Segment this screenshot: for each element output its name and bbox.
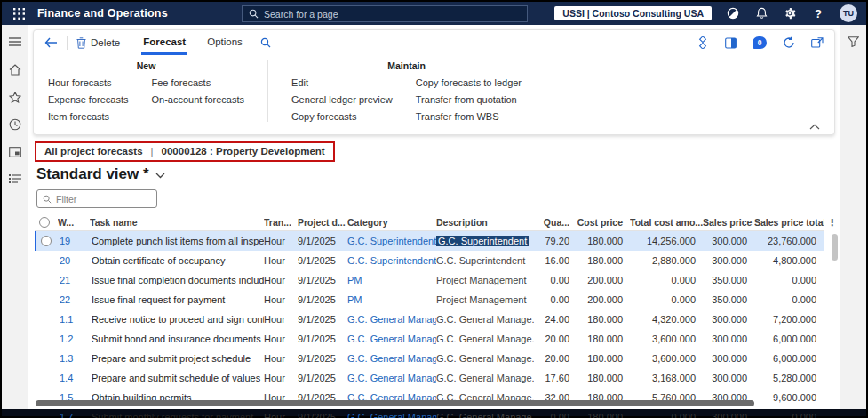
table-row[interactable]: 1.7Submit monthly requests for paymentHo… [35, 407, 824, 418]
table-row[interactable]: 1.2Submit bond and insurance documentsHo… [35, 329, 824, 349]
tab-options[interactable]: Options [205, 30, 244, 55]
menu-item-item-forecasts[interactable]: Item forecasts [48, 111, 129, 122]
left-nav-rail [2, 25, 28, 409]
settings-gear-icon[interactable] [783, 6, 797, 20]
column-header-stot[interactable]: Sales price total [754, 217, 824, 228]
table-row[interactable]: 22Issue final request for paymentHour9/1… [35, 290, 824, 309]
table-row[interactable]: 1.1Receive notice to proceed and sign co… [35, 309, 824, 329]
theme-contrast-icon[interactable] [726, 6, 740, 20]
grid-filter[interactable] [36, 189, 157, 208]
cell-tran: Hour [264, 314, 298, 325]
cell-tran: Hour [264, 236, 298, 246]
cell-category[interactable]: G.C. General Management [347, 314, 436, 325]
table-row[interactable]: 19Complete punch list items from all ins… [35, 231, 824, 251]
refresh-icon[interactable] [783, 36, 795, 49]
column-header-sales[interactable]: Sales price [703, 217, 754, 228]
column-header-qty[interactable]: Qua... [534, 217, 577, 228]
horizontal-scrollbar-thumb[interactable] [36, 400, 754, 406]
cell-sales_total: 0.000 [754, 412, 824, 418]
menu-item-hour-forecasts[interactable]: Hour forecasts [48, 77, 129, 88]
table-row[interactable]: 20Obtain certificate of occupancyHour9/1… [35, 251, 824, 270]
favorites-star-icon[interactable] [7, 89, 23, 105]
select-all-cell [35, 217, 58, 228]
menu-item-edit[interactable]: Edit [291, 77, 393, 88]
grid-body: 19Complete punch list items from all ins… [35, 231, 824, 418]
column-header-cost[interactable]: Cost price [577, 217, 630, 228]
menu-item-on-account-forecasts[interactable]: On-account forecasts [152, 94, 245, 105]
column-header-cat[interactable]: Category [347, 217, 436, 228]
cell-date: 9/1/2025 [298, 353, 347, 364]
global-search[interactable] [242, 5, 528, 22]
cell-category[interactable]: G.C. Superintendent [347, 255, 436, 266]
related-info-icon[interactable] [697, 36, 709, 49]
cell-date: 9/1/2025 [298, 255, 347, 266]
column-options-icon[interactable]: ⋮ [827, 214, 837, 231]
cell-qty: 16.00 [534, 255, 577, 266]
view-chevron-down-icon[interactable] [155, 173, 165, 179]
column-header-wbs[interactable]: W... [58, 217, 90, 228]
table-row[interactable]: 1.3Prepare and submit project scheduleHo… [35, 349, 824, 368]
cell-sales: 350.000 [703, 294, 754, 305]
app-launcher-icon[interactable] [11, 5, 27, 21]
hamburger-menu-icon[interactable] [7, 34, 23, 50]
column-header-task[interactable]: Task name [90, 217, 264, 228]
select-all-checkbox[interactable] [39, 217, 50, 228]
cell-sales_total: 6,000.000 [754, 353, 824, 364]
attachments-count-icon[interactable]: 0 [753, 36, 767, 49]
menu-item-expense-forecasts[interactable]: Expense forecasts [48, 94, 129, 105]
tab-forecast[interactable]: Forecast [141, 30, 187, 55]
help-icon[interactable]: ? [811, 6, 825, 20]
forecast-grid: W...Task nameTran...Project d...Category… [35, 214, 840, 418]
cell-category[interactable]: PM [347, 294, 436, 305]
breadcrumb-list-link[interactable]: All project forecasts [44, 146, 143, 157]
notifications-bell-icon[interactable] [754, 6, 768, 20]
table-row[interactable]: 1.4Prepare and submit schedule of values… [35, 368, 824, 388]
row-selector-checkbox[interactable] [41, 236, 52, 246]
back-arrow-icon[interactable] [44, 37, 58, 48]
menu-item-copy-forecasts[interactable]: Copy forecasts [291, 111, 393, 122]
column-header-tran[interactable]: Tran... [264, 217, 298, 228]
menu-item-general-ledger-preview[interactable]: General ledger preview [291, 94, 393, 105]
menu-item-transfer-from-quotation[interactable]: Transfer from quotation [416, 94, 522, 105]
column-header-date[interactable]: Project d... [298, 217, 347, 228]
annotation-box: All project forecasts | 00000128 : Prope… [35, 141, 335, 162]
column-header-desc[interactable]: Description [436, 217, 534, 228]
cell-task: Submit bond and insurance documents [92, 334, 264, 344]
cell-sales: 350.000 [703, 275, 754, 285]
home-icon[interactable] [7, 61, 23, 77]
workspaces-icon[interactable] [7, 144, 23, 160]
cell-description: Project Management [436, 275, 534, 285]
cell-qty: 0.00 [534, 294, 577, 305]
cell-cost_total: 0.000 [630, 294, 703, 305]
filter-input[interactable] [56, 194, 151, 205]
cell-category[interactable]: G.C. General Management [347, 334, 436, 344]
breadcrumb-record-link[interactable]: 00000128 : Property Development [162, 146, 325, 157]
cell-category[interactable]: G.C. General Management [347, 353, 436, 364]
menu-item-fee-forecasts[interactable]: Fee forecasts [152, 77, 245, 88]
cell-cost_total: 2,880.000 [630, 255, 703, 266]
cell-category[interactable]: PM [347, 275, 436, 285]
company-picker-button[interactable]: USSI | Contoso Consulting USA [554, 6, 712, 20]
menu-group-new: New Hour forecastsExpense forecastsItem … [48, 60, 244, 122]
cell-category[interactable]: G.C. General Management [347, 412, 436, 418]
user-avatar[interactable]: TU [840, 4, 857, 22]
column-header-ctot[interactable]: Total cost amo... [630, 217, 703, 228]
cell-category[interactable]: G.C. General Management [347, 373, 436, 383]
recent-clock-icon[interactable] [7, 117, 23, 133]
menu-item-transfer-from-wbs[interactable]: Transfer from WBS [416, 111, 522, 122]
menu-item-copy-forecasts-to-ledger[interactable]: Copy forecasts to ledger [416, 77, 522, 88]
toolbar-search-icon[interactable] [260, 37, 271, 48]
vertical-scrollbar-thumb[interactable] [832, 234, 838, 261]
cell-cost_total: 3,168.000 [630, 373, 703, 383]
delete-button[interactable]: Delete [76, 37, 120, 49]
table-row[interactable]: 21Issue final completion documents inclu… [35, 270, 824, 290]
cell-category[interactable]: G.C. Superintendent [347, 236, 436, 246]
search-icon [249, 9, 259, 19]
filter-funnel-icon[interactable] [846, 34, 862, 50]
collapse-action-pane-icon[interactable] [809, 124, 820, 130]
search-input[interactable] [264, 9, 521, 20]
modules-list-icon[interactable] [7, 172, 23, 188]
cell-cost: 200.000 [577, 275, 630, 285]
open-in-new-window-icon[interactable] [811, 37, 824, 48]
open-side-panel-icon[interactable] [725, 37, 737, 49]
